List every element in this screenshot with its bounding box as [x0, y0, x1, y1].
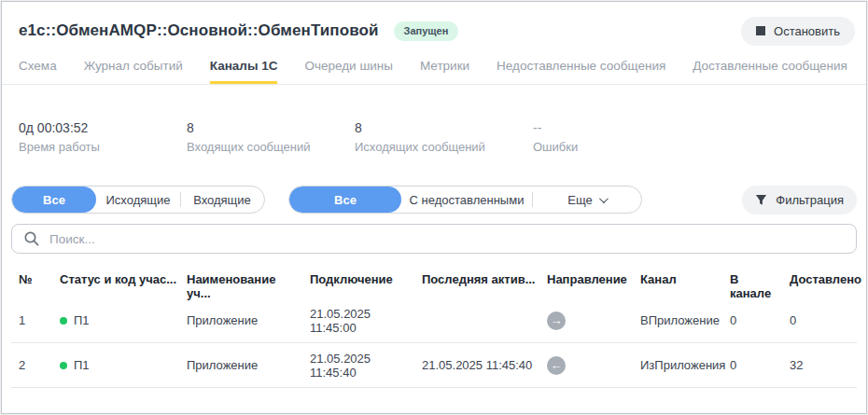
chevron-down-icon	[599, 194, 609, 203]
filtration-button-label: Фильтрация	[776, 193, 844, 207]
cell-channel: ВПриложение	[633, 313, 722, 327]
search-bar	[11, 224, 857, 254]
search-icon	[23, 230, 40, 247]
cell-direction: ←	[539, 356, 633, 375]
stat-outgoing-messages: 8 Исходящих сообщений	[355, 120, 523, 154]
exchange-monitor-window: e1c::ОбменAMQP::Основной::ОбменТиповой З…	[1, 1, 867, 414]
stat-uptime: 0д 00:03:52 Время работы	[19, 120, 187, 154]
cell-in-channel: 0	[722, 358, 782, 372]
direction-filter-incoming[interactable]: Входящие	[180, 187, 264, 213]
status-code: П1	[74, 358, 90, 372]
delivery-filter-more[interactable]: Еще	[532, 187, 641, 213]
status-badge: Запущен	[394, 21, 459, 41]
col-header-last-activity: Последняя актив...	[414, 272, 539, 286]
stat-errors-label: Ошибки	[533, 140, 578, 154]
stat-errors: -- Ошибки	[533, 120, 578, 154]
stop-icon	[756, 26, 765, 35]
filter-funnel-icon	[755, 194, 767, 206]
cell-delivered: 32	[782, 358, 857, 372]
arrow-right-circle-icon: →	[547, 311, 566, 330]
delivery-filter-more-label: Еще	[567, 193, 592, 207]
stats-row: 0д 00:03:52 Время работы 8 Входящих сооб…	[2, 85, 866, 154]
channels-table: № Статус и код учас... Наименование уч..…	[11, 272, 857, 388]
cell-channel: ИзПриложения	[633, 358, 722, 372]
col-header-name: Наименование уч...	[179, 272, 302, 300]
cell-delivered: 0	[782, 313, 857, 327]
tab-bar: Схема Журнал событий Каналы 1С Очереди ш…	[2, 54, 866, 85]
cell-name: Приложение	[179, 313, 302, 327]
stat-uptime-value: 0д 00:03:52	[19, 120, 187, 135]
delivery-filter-group: Все С недоставленными Еще	[288, 186, 642, 214]
direction-filter-all[interactable]: Все	[12, 187, 96, 213]
stop-button[interactable]: Остановить	[741, 17, 855, 46]
tab-channels-1c[interactable]: Каналы 1С	[210, 60, 278, 85]
status-online-dot-icon	[60, 317, 67, 325]
stat-outgoing-value: 8	[355, 120, 523, 135]
cell-status: П1	[52, 313, 179, 327]
col-header-delivered: Доставлено	[782, 272, 861, 286]
col-header-direction: Направление	[539, 272, 633, 286]
direction-filter-outgoing[interactable]: Исходящие	[96, 187, 180, 213]
tab-metrics[interactable]: Метрики	[420, 60, 469, 85]
filtration-button[interactable]: Фильтрация	[742, 186, 857, 214]
cell-connection: 21.05.2025 11:45:40	[302, 352, 414, 380]
table-row[interactable]: 2 П1 Приложение 21.05.2025 11:45:40 21.0…	[11, 343, 857, 388]
search-input[interactable]	[11, 224, 857, 254]
table-row[interactable]: 1 П1 Приложение 21.05.2025 11:45:00 → ВП…	[11, 298, 857, 343]
arrow-left-circle-icon: ←	[547, 356, 566, 375]
cell-number: 1	[11, 313, 52, 327]
stat-incoming-label: Входящих сообщений	[187, 140, 355, 154]
tab-schema[interactable]: Схема	[19, 60, 57, 85]
cell-last-activity: 21.05.2025 11:45:40	[414, 358, 539, 372]
cell-name: Приложение	[179, 358, 302, 372]
status-code: П1	[74, 313, 90, 327]
stop-button-label: Остановить	[774, 24, 840, 38]
tab-undelivered-messages[interactable]: Недоставленные сообщения	[497, 60, 665, 85]
cell-in-channel: 0	[722, 313, 782, 327]
table-header-row: № Статус и код учас... Наименование уч..…	[11, 272, 857, 298]
cell-connection: 21.05.2025 11:45:00	[302, 307, 414, 335]
stat-errors-value: --	[533, 120, 578, 135]
delivery-filter-all[interactable]: Все	[289, 187, 401, 213]
col-header-channel: Канал	[633, 272, 722, 286]
stat-incoming-value: 8	[187, 120, 355, 135]
status-online-dot-icon	[60, 362, 67, 369]
col-header-number: №	[11, 272, 52, 286]
delivery-filter-undelivered[interactable]: С недоставленными	[401, 187, 532, 213]
tab-event-log[interactable]: Журнал событий	[84, 60, 183, 85]
filter-toolbar: Все Исходящие Входящие Все С недоставлен…	[2, 186, 866, 214]
col-header-in-channel: В канале	[722, 272, 782, 300]
header: e1c::ОбменAMQP::Основной::ОбменТиповой З…	[2, 2, 866, 54]
stat-incoming-messages: 8 Входящих сообщений	[187, 120, 355, 154]
stat-outgoing-label: Исходящих сообщений	[355, 140, 523, 154]
col-header-connection: Подключение	[302, 272, 414, 286]
page-title: e1c::ОбменAMQP::Основной::ОбменТиповой	[19, 21, 379, 40]
col-header-status-code: Статус и код учас...	[52, 272, 179, 286]
cell-status: П1	[52, 358, 179, 372]
cell-direction: →	[539, 311, 633, 330]
direction-filter-group: Все Исходящие Входящие	[11, 186, 265, 214]
tab-delivered-messages[interactable]: Доставленные сообщения	[693, 60, 847, 85]
cell-number: 2	[11, 358, 52, 372]
stat-uptime-label: Время работы	[19, 140, 187, 154]
tab-bus-queues[interactable]: Очереди шины	[304, 60, 392, 85]
